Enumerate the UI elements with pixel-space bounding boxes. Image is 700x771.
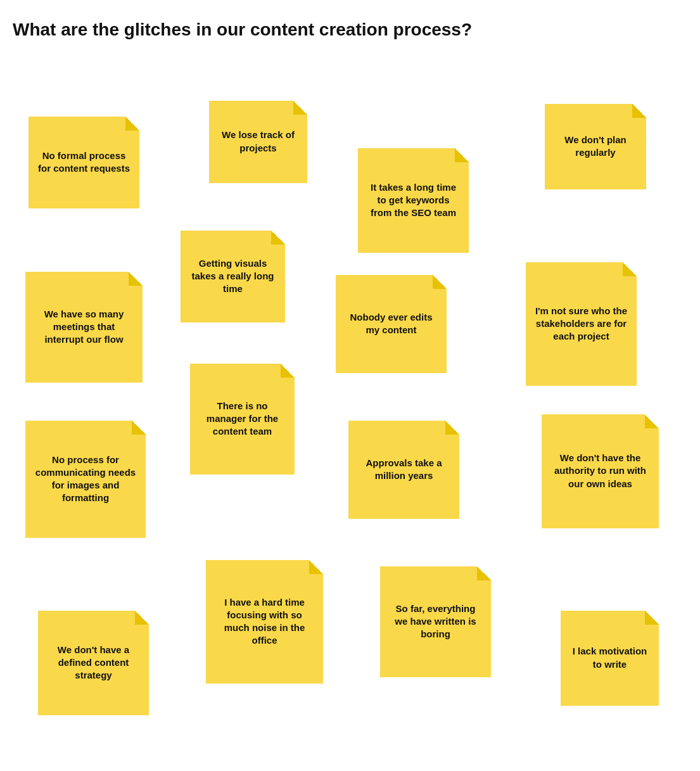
sticky-board: No formal process for content requestsWe… xyxy=(13,60,687,756)
note-13: I have a hard time focusing with so much… xyxy=(206,560,323,684)
note-14: So far, everything we have written is bo… xyxy=(380,566,491,677)
note-5: Getting visuals takes a really long time xyxy=(181,231,285,322)
note-9: There is no manager for the content team xyxy=(190,364,295,475)
note-11: Approvals take a million years xyxy=(348,421,459,519)
note-1: No formal process for content requests xyxy=(29,117,139,208)
note-2: We lose track of projects xyxy=(209,101,307,183)
note-3: It takes a long time to get keywords fro… xyxy=(358,148,469,253)
note-4: We don't plan regularly xyxy=(545,104,646,189)
note-10: No process for communicating needs for i… xyxy=(25,421,146,538)
note-12: We don't have the authority to run with … xyxy=(542,414,659,528)
note-15: We don't have a defined content strategy xyxy=(38,611,149,715)
note-7: Nobody ever edits my content xyxy=(336,275,447,373)
page-title: What are the glitches in our content cre… xyxy=(13,19,687,41)
note-8: I'm not sure who the stakeholders are fo… xyxy=(526,262,637,386)
note-16: I lack motivation to write xyxy=(561,611,659,706)
note-6: We have so many meetings that interrupt … xyxy=(25,272,143,383)
